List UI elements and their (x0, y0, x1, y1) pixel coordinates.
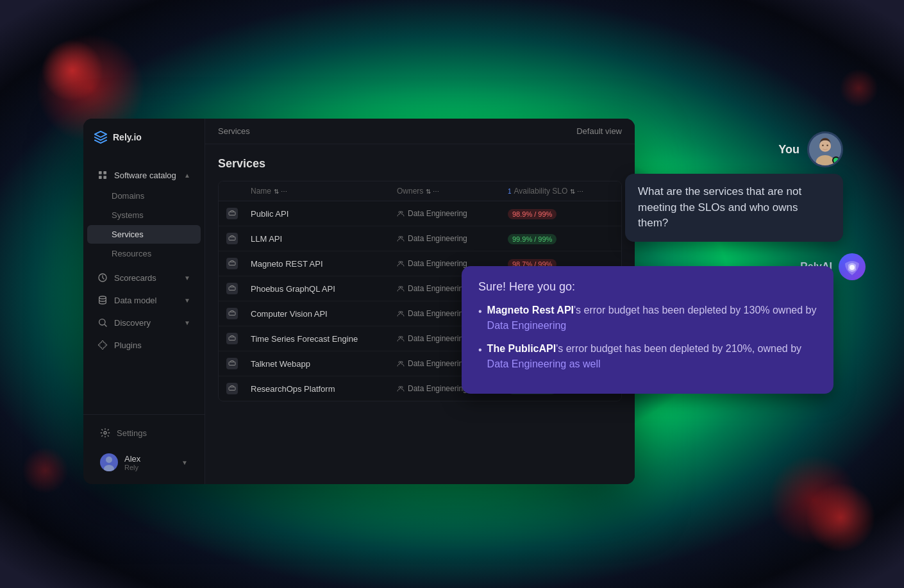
svg-point-38 (822, 144, 824, 146)
sidebar-item-scorecards[interactable]: Scorecards ▼ (87, 267, 201, 289)
ai-bullet-item: • Magneto Rest API's error budget has be… (478, 303, 817, 333)
svg-point-12 (401, 212, 403, 214)
svg-rect-10 (229, 212, 235, 215)
grid-icon (97, 170, 108, 180)
sidebar-item-plugins[interactable]: Plugins (87, 334, 201, 356)
row-service-name: Phoebus GraphQL API (251, 284, 392, 294)
logo-icon (94, 130, 108, 144)
owner-group-icon (397, 285, 405, 292)
row-type-icon (226, 233, 238, 244)
svg-point-41 (850, 265, 855, 270)
svg-rect-22 (229, 312, 235, 315)
sidebar-item-resources[interactable]: Resources (87, 244, 201, 263)
user-avatar (100, 453, 118, 471)
data-model-icon (97, 295, 108, 305)
user-company: Rely (124, 464, 175, 471)
data-model-chevron-icon: ▼ (184, 297, 190, 304)
discovery-icon (97, 317, 108, 328)
sidebar-item-domains[interactable]: Domains (87, 187, 201, 205)
sidebar: Rely.io Software catalog ▲ Domains (83, 119, 205, 484)
svg-rect-16 (229, 262, 235, 265)
you-question-text: What are the services that are not meeti… (638, 185, 801, 229)
plugins-icon (97, 340, 108, 350)
svg-point-17 (399, 262, 401, 264)
sidebar-item-discovery[interactable]: Discovery ▼ (87, 312, 201, 333)
row-service-name: Public API (251, 209, 392, 219)
breadcrumb: Services (218, 126, 250, 136)
svg-point-11 (399, 212, 401, 214)
sidebar-nav: Software catalog ▲ Domains Systems Servi… (83, 156, 205, 414)
slo-sort-icon[interactable]: ⇅ ⋯ (570, 188, 583, 195)
bullet-bold: The PublicAPI (487, 343, 557, 354)
logo[interactable]: Rely.io (83, 119, 205, 156)
svg-rect-0 (99, 171, 102, 174)
settings-item[interactable]: Settings (94, 423, 194, 443)
row-owner: Data Engineering (397, 209, 503, 218)
scorecards-label: Scorecards (114, 273, 156, 283)
th-availability-slo: 1 Availability SLO ⇅ ⋯ (508, 187, 614, 196)
chat-bubble-ai: Sure! Here you go: • Magneto Rest API's … (462, 266, 833, 394)
svg-point-21 (401, 287, 403, 289)
discovery-chevron-icon: ▼ (184, 319, 190, 326)
table-row[interactable]: Public API Data Engineering 98.9% / 99% (219, 201, 621, 226)
owners-sort-icon[interactable]: ⇅ ⋯ (426, 188, 439, 195)
svg-point-32 (399, 387, 401, 389)
svg-rect-2 (99, 176, 102, 179)
sidebar-item-systems[interactable]: Systems (87, 206, 201, 224)
th-name: Name ⇅ ⋯ (251, 187, 392, 196)
settings-label: Settings (117, 428, 147, 438)
sidebar-item-services[interactable]: Services (87, 225, 201, 244)
sidebar-bottom: Settings Alex Rely ▼ (83, 414, 205, 484)
th-owners: Owners ⇅ ⋯ (397, 187, 503, 196)
bullet-text: The PublicAPI's error budget has been de… (487, 341, 817, 372)
row-type-icon (226, 208, 238, 219)
svg-point-5 (99, 296, 106, 299)
name-sort-icon[interactable]: ⇅ ⋯ (274, 188, 287, 195)
row-type-icon (226, 358, 238, 369)
owner-group-icon (397, 210, 405, 217)
svg-point-24 (401, 312, 403, 314)
table-row[interactable]: LLM API Data Engineering 99.9% / 99% (219, 226, 621, 251)
bullet-dot: • (478, 304, 482, 333)
owner-group-icon (397, 310, 405, 317)
svg-point-8 (106, 457, 112, 463)
chat-you-header: You (778, 131, 843, 167)
logo-text: Rely.io (113, 132, 142, 142)
user-profile-item[interactable]: Alex Rely ▼ (94, 448, 194, 476)
slo-indicator: 1 (508, 188, 512, 195)
software-catalog-header[interactable]: Software catalog ▲ (87, 164, 201, 186)
user-info: Alex Rely (124, 454, 175, 471)
user-name: Alex (124, 454, 175, 464)
slo-value: 99.9% / 99% (508, 234, 557, 244)
table-header: Name ⇅ ⋯ Owners ⇅ ⋯ 1 Availability SLO ⇅… (219, 181, 621, 201)
svg-point-6 (99, 319, 105, 325)
svg-point-7 (104, 432, 106, 434)
user-avatar-face (100, 453, 118, 471)
owner-group-icon (397, 235, 405, 242)
svg-point-20 (399, 287, 401, 289)
row-service-name: Time Series Forecast Engine (251, 334, 392, 344)
catalog-chevron-icon: ▲ (184, 172, 190, 179)
row-service-name: Magneto REST API (251, 259, 392, 269)
user-chat-avatar (807, 131, 843, 167)
scorecards-icon (97, 273, 108, 283)
svg-rect-25 (229, 337, 235, 340)
row-service-name: Talknet Webapp (251, 359, 392, 369)
svg-point-27 (401, 337, 403, 339)
rely-ai-logo-icon (839, 253, 866, 280)
catalog-sub-items: Domains Systems Services Resources (83, 187, 205, 263)
owner-group-icon (397, 260, 405, 267)
svg-rect-3 (103, 176, 106, 179)
online-status-dot (832, 156, 840, 164)
bullet-team: Data Engineering (487, 320, 567, 331)
svg-rect-1 (103, 171, 106, 174)
bullet-bold: Magneto Rest API (487, 305, 574, 315)
svg-point-23 (399, 312, 401, 314)
topbar: Services Default view (205, 119, 635, 144)
owner-group-icon (397, 385, 405, 392)
svg-point-15 (401, 237, 403, 239)
svg-point-33 (401, 387, 403, 389)
row-type-icon (226, 383, 238, 394)
settings-icon (100, 428, 110, 438)
sidebar-item-data-model[interactable]: Data model ▼ (87, 289, 201, 311)
